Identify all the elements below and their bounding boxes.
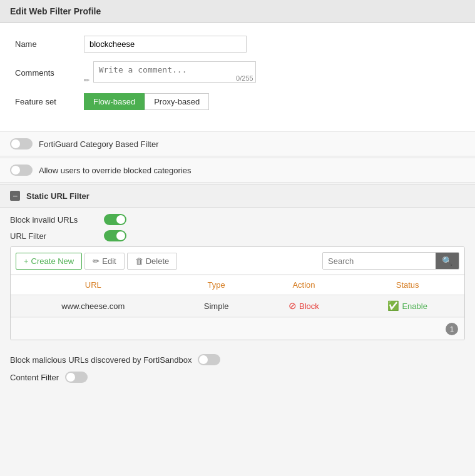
static-url-filter-title: Static URL Filter <box>26 191 89 201</box>
trash-icon: 🗑 <box>135 256 143 266</box>
page-badge: 1 <box>446 323 458 335</box>
name-input[interactable] <box>84 36 247 53</box>
delete-label: Delete <box>146 256 170 266</box>
search-icon: 🔍 <box>442 256 452 266</box>
col-url: URL <box>11 275 176 295</box>
edit-icon-btn: ✏ <box>93 256 100 266</box>
cell-type: Simple <box>176 295 257 317</box>
allow-override-slider <box>10 165 33 176</box>
cell-url: www.cheese.com <box>11 295 176 317</box>
comment-count: 0/255 <box>236 74 253 82</box>
block-invalid-label: Block invalid URLs <box>10 215 104 225</box>
block-invalid-slider <box>104 214 126 225</box>
page-title: Edit Web Filter Profile <box>0 0 475 23</box>
url-table: URL Type Action Status www.cheese.com Si… <box>11 275 464 317</box>
col-type: Type <box>176 275 257 295</box>
col-action: Action <box>257 275 351 295</box>
cell-action: ⊘ Block <box>257 295 351 317</box>
feature-set-buttons: Flow-based Proxy-based <box>84 93 209 110</box>
enable-icon: ✅ <box>387 300 399 311</box>
name-label: Name <box>15 39 84 49</box>
flow-based-button[interactable]: Flow-based <box>84 93 145 110</box>
table-footer: 1 <box>11 317 464 340</box>
comments-label: Comments <box>15 68 84 78</box>
block-malicious-row: Block malicious URLs discovered by Forti… <box>10 354 465 365</box>
table-toolbar: + Create New ✏ Edit 🗑 Delete 🔍 <box>11 247 464 275</box>
feature-set-label: Feature set <box>15 97 84 106</box>
proxy-based-button[interactable]: Proxy-based <box>145 93 209 110</box>
content-filter-label: Content Filter <box>10 373 59 382</box>
cell-status: ✅ Enable <box>350 295 464 317</box>
block-malicious-toggle[interactable] <box>198 354 220 365</box>
enable-label: Enable <box>402 301 427 311</box>
search-button[interactable]: 🔍 <box>436 253 459 269</box>
enable-badge: ✅ Enable <box>387 300 427 311</box>
block-icon: ⊘ <box>289 300 297 311</box>
content-filter-slider <box>65 372 88 383</box>
allow-override-toggle[interactable] <box>10 165 33 176</box>
block-malicious-slider <box>198 354 220 365</box>
content-filter-toggle[interactable] <box>65 372 88 383</box>
col-status: Status <box>350 275 464 295</box>
fortiguard-toggle[interactable] <box>10 138 33 149</box>
allow-override-label: Allow users to override blocked categori… <box>39 166 192 175</box>
fortiguard-label: FortiGuard Category Based Filter <box>39 139 158 149</box>
block-label: Block <box>299 301 319 311</box>
plus-icon: + <box>24 256 29 266</box>
url-filter-label: URL Filter <box>10 231 104 241</box>
create-new-label: Create New <box>31 256 74 266</box>
create-new-button[interactable]: + Create New <box>16 253 82 270</box>
delete-button[interactable]: 🗑 Delete <box>127 253 178 270</box>
block-malicious-label: Block malicious URLs discovered by Forti… <box>10 355 192 365</box>
edit-label: Edit <box>102 256 116 266</box>
static-url-filter-header: Static URL Filter <box>0 184 475 208</box>
collapse-icon[interactable] <box>10 191 20 201</box>
table-header-row: URL Type Action Status <box>11 275 464 295</box>
comments-row: Comments ✏ 0/255 <box>15 61 460 84</box>
content-filter-row: Content Filter <box>10 372 465 383</box>
url-filter-row: URL Filter <box>0 230 475 241</box>
comments-input[interactable] <box>93 61 256 83</box>
feature-set-row: Feature set Flow-based Proxy-based <box>15 93 460 110</box>
block-invalid-toggle[interactable] <box>104 214 126 225</box>
name-field-wrapper <box>84 36 247 53</box>
block-badge: ⊘ Block <box>289 300 319 311</box>
search-wrapper: 🔍 <box>322 252 459 270</box>
edit-icon: ✏ <box>84 76 89 84</box>
block-invalid-row: Block invalid URLs <box>0 214 475 225</box>
url-filter-slider <box>104 230 126 241</box>
edit-button[interactable]: ✏ Edit <box>84 253 124 270</box>
fortiguard-row: FortiGuard Category Based Filter <box>0 131 475 156</box>
table-row[interactable]: www.cheese.com Simple ⊘ Block ✅ Enable <box>11 295 464 317</box>
comments-field-wrapper: ✏ 0/255 <box>84 61 256 84</box>
name-row: Name <box>15 36 460 53</box>
url-filter-table-area: + Create New ✏ Edit 🗑 Delete 🔍 URL Type … <box>10 246 465 340</box>
bottom-toggles: Block malicious URLs discovered by Forti… <box>0 348 475 395</box>
url-filter-toggle[interactable] <box>104 230 126 241</box>
fortiguard-slider <box>10 138 33 149</box>
allow-override-row: Allow users to override blocked categori… <box>0 158 475 183</box>
search-input[interactable] <box>323 253 436 269</box>
